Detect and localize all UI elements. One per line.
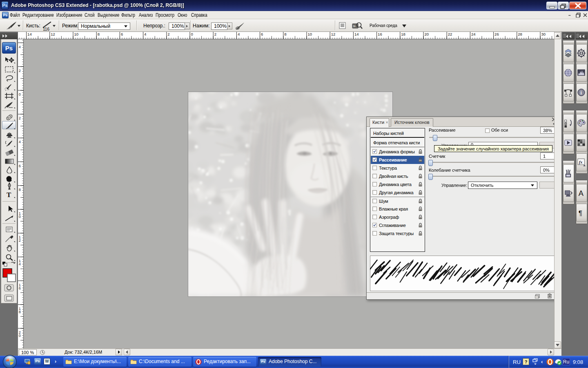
svg-text:2: 2 xyxy=(167,32,169,36)
svg-text:6: 6 xyxy=(261,32,263,36)
svg-text:0: 0 xyxy=(191,32,193,36)
svg-text:26: 26 xyxy=(494,32,499,36)
svg-text:4: 4 xyxy=(19,140,21,144)
svg-text:10: 10 xyxy=(308,32,312,36)
svg-text:2: 2 xyxy=(19,116,21,120)
svg-text:6: 6 xyxy=(121,32,123,36)
svg-text:4: 4 xyxy=(19,262,21,266)
svg-text:2: 2 xyxy=(19,69,21,73)
svg-text:8: 8 xyxy=(284,32,286,36)
svg-text:16: 16 xyxy=(378,32,382,36)
svg-text:8: 8 xyxy=(98,32,100,36)
svg-text:2: 2 xyxy=(19,238,21,242)
svg-text:18: 18 xyxy=(401,32,405,36)
svg-text:22: 22 xyxy=(448,32,452,36)
svg-text:T: T xyxy=(7,191,11,198)
svg-text:4: 4 xyxy=(144,32,146,36)
svg-text:30: 30 xyxy=(541,32,546,36)
svg-text:4: 4 xyxy=(19,45,21,49)
svg-text:12: 12 xyxy=(331,32,336,36)
svg-text:4: 4 xyxy=(238,32,240,36)
svg-text:2: 2 xyxy=(214,32,216,36)
svg-text:24: 24 xyxy=(471,32,476,36)
svg-text:28: 28 xyxy=(518,32,522,36)
svg-text:0: 0 xyxy=(19,215,21,219)
svg-text:14: 14 xyxy=(27,32,32,36)
svg-text:10: 10 xyxy=(74,32,79,36)
svg-text:8: 8 xyxy=(19,188,21,192)
svg-text:0: 0 xyxy=(19,92,21,96)
svg-text:20: 20 xyxy=(425,32,429,36)
svg-text:14: 14 xyxy=(354,32,359,36)
svg-text:6: 6 xyxy=(19,164,21,168)
svg-text:¶: ¶ xyxy=(579,209,582,217)
svg-text:Br: Br xyxy=(353,25,356,27)
svg-text:8: 8 xyxy=(19,310,21,314)
svg-text:fx: fx xyxy=(579,160,583,164)
svg-text:12: 12 xyxy=(51,32,55,36)
svg-text:6: 6 xyxy=(19,286,21,290)
svg-text:A: A xyxy=(579,189,584,197)
svg-text:0: 0 xyxy=(19,334,21,338)
